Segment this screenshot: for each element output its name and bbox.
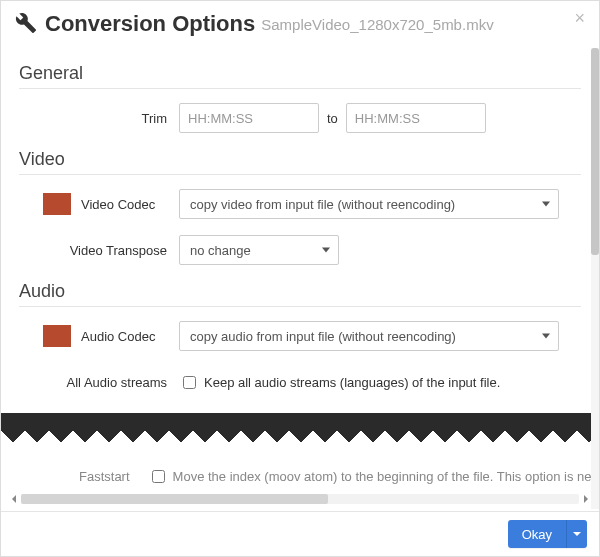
trim-to-label: to bbox=[327, 111, 338, 126]
video-codec-swatch bbox=[43, 193, 71, 215]
all-audio-streams-text: Keep all audio streams (languages) of th… bbox=[204, 375, 500, 390]
section-audio-heading: Audio bbox=[19, 281, 581, 302]
chevron-down-icon bbox=[573, 532, 581, 536]
conversion-options-dialog: Conversion Options SampleVideo_1280x720_… bbox=[0, 0, 600, 557]
divider bbox=[19, 306, 581, 307]
vertical-scrollbar[interactable] bbox=[591, 48, 599, 509]
faststart-label: Faststart bbox=[79, 469, 130, 484]
trim-row: Trim to bbox=[19, 103, 581, 133]
video-transpose-label: Video Transpose bbox=[19, 243, 179, 258]
all-audio-streams-row: All Audio streams Keep all audio streams… bbox=[19, 367, 581, 397]
trim-to-input[interactable] bbox=[346, 103, 486, 133]
dialog-filename: SampleVideo_1280x720_5mb.mkv bbox=[261, 16, 493, 33]
dialog-title: Conversion Options bbox=[45, 11, 255, 37]
scroll-track[interactable] bbox=[21, 494, 579, 504]
audio-codec-row: Audio Codec copy audio from input file (… bbox=[19, 321, 581, 351]
all-audio-streams-label: All Audio streams bbox=[19, 375, 179, 390]
scroll-left-icon[interactable] bbox=[7, 492, 21, 506]
video-codec-label: Video Codec bbox=[81, 197, 179, 212]
okay-button[interactable]: Okay bbox=[508, 520, 567, 548]
section-video-heading: Video bbox=[19, 149, 581, 170]
audio-codec-swatch bbox=[43, 325, 71, 347]
chevron-down-icon bbox=[542, 334, 550, 339]
section-general-heading: General bbox=[19, 63, 581, 84]
video-codec-value: copy video from input file (without reen… bbox=[190, 197, 455, 212]
video-transpose-row: Video Transpose no change bbox=[19, 235, 581, 265]
faststart-row: Faststart Move the index (moov atom) to … bbox=[19, 467, 581, 486]
audio-codec-select[interactable]: copy audio from input file (without reen… bbox=[179, 321, 559, 351]
horizontal-scrollbar[interactable] bbox=[7, 492, 593, 506]
divider bbox=[19, 174, 581, 175]
okay-split-button: Okay bbox=[508, 520, 587, 548]
vertical-scroll-thumb[interactable] bbox=[591, 48, 599, 255]
dialog-header: Conversion Options SampleVideo_1280x720_… bbox=[1, 1, 599, 43]
video-codec-select[interactable]: copy video from input file (without reen… bbox=[179, 189, 559, 219]
chevron-down-icon bbox=[322, 248, 330, 253]
video-transpose-value: no change bbox=[190, 243, 251, 258]
dialog-body: General Trim to Video Video Codec copy v… bbox=[1, 43, 599, 511]
video-transpose-select[interactable]: no change bbox=[179, 235, 339, 265]
scroll-thumb[interactable] bbox=[21, 494, 328, 504]
content-truncation-indicator bbox=[1, 413, 599, 447]
close-icon[interactable]: × bbox=[574, 9, 585, 27]
audio-codec-value: copy audio from input file (without reen… bbox=[190, 329, 456, 344]
audio-codec-label: Audio Codec bbox=[81, 329, 179, 344]
wrench-icon bbox=[15, 12, 37, 37]
trim-from-input[interactable] bbox=[179, 103, 319, 133]
dialog-footer: Okay bbox=[1, 511, 599, 556]
okay-dropdown-button[interactable] bbox=[567, 520, 587, 548]
faststart-text: Move the index (moov atom) to the beginn… bbox=[173, 469, 599, 484]
divider bbox=[19, 88, 581, 89]
faststart-checkbox[interactable] bbox=[152, 470, 165, 483]
chevron-down-icon bbox=[542, 202, 550, 207]
okay-button-label: Okay bbox=[522, 527, 552, 542]
video-codec-row: Video Codec copy video from input file (… bbox=[19, 189, 581, 219]
all-audio-streams-checkbox[interactable] bbox=[183, 376, 196, 389]
trim-label: Trim bbox=[19, 111, 179, 126]
